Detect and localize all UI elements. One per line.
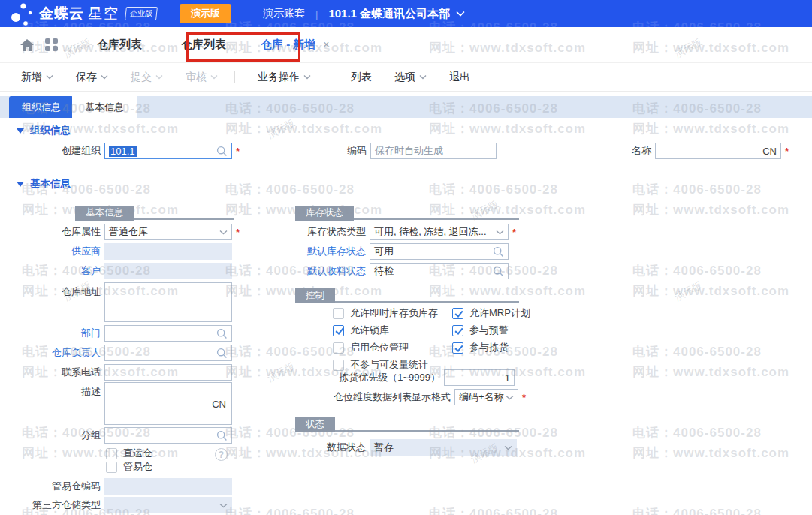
search-icon[interactable] [216, 328, 228, 339]
inventory-type-value: 可用, 待检, 冻结, 退回冻... [374, 225, 487, 239]
save-button[interactable]: 保存 [76, 71, 108, 84]
warehouse-attr-select[interactable]: 普通仓库 [104, 224, 232, 240]
audit-button[interactable]: 审核 [186, 71, 218, 84]
chevron-down-icon [101, 74, 108, 80]
field-group: 分组 [17, 427, 232, 444]
customer-input [104, 263, 232, 279]
account-set-label[interactable]: 演示账套 [263, 7, 305, 20]
description-locale-suffix: CN [212, 398, 226, 409]
default-inventory-label[interactable]: 默认库存状态 [295, 245, 366, 258]
menu-grid-icon[interactable] [45, 38, 58, 51]
field-contact-phone: 联系电话 [17, 364, 232, 381]
code-input[interactable]: 保存时自动生成 [370, 143, 497, 159]
search-icon[interactable] [216, 146, 228, 157]
pick-priority-value: 1 [505, 372, 510, 384]
group-basic-info: 基本信息 [75, 205, 234, 220]
default-inventory-input[interactable]: 可用 [370, 243, 509, 260]
search-icon[interactable] [216, 430, 228, 441]
form-content: 组织信息 创建组织 101.1 * 编码 保存时自动生成 名称 CN * 基本信… [0, 118, 812, 515]
pick-priority-input[interactable]: 1 [444, 369, 515, 386]
picking-checkbox[interactable] [452, 342, 463, 354]
help-icon[interactable]: ? [215, 448, 228, 461]
exit-button[interactable]: 退出 [449, 71, 470, 84]
kingdee-logo-icon [9, 2, 35, 26]
manager-label[interactable]: 仓库负责人 [17, 346, 101, 360]
demo-version-button[interactable]: 演示版 [180, 4, 231, 23]
field-bin-display-format: 仓位维度数据列表显示格式 编码+名称 * [293, 389, 526, 405]
field-default-receive: 默认收料状态 待检 [295, 263, 509, 279]
submit-button[interactable]: 提交 [131, 71, 163, 84]
create-org-value: 101.1 [109, 146, 137, 157]
checkbox-warning: 参与预警 [452, 324, 509, 337]
tab-warehouse-new-label: 仓库 - 新增 [261, 38, 315, 50]
create-org-input[interactable]: 101.1 [104, 143, 232, 159]
warning-checkbox[interactable] [452, 325, 463, 336]
mrp-checkbox[interactable] [452, 308, 463, 319]
checkbox-direct-ship: 直运仓 [106, 447, 152, 460]
supplier-label[interactable]: 供应商 [17, 245, 101, 258]
checkbox-picking: 参与拣货 [452, 341, 509, 354]
group-inventory-status: 库存状态 [295, 205, 519, 220]
default-receive-label[interactable]: 默认收料状态 [295, 264, 366, 278]
search-icon[interactable] [216, 348, 228, 359]
field-department: 部门 [17, 325, 232, 342]
tab-warehouse-list-2[interactable]: 仓库列表 [181, 38, 226, 52]
field-name: 名称 CN * [597, 143, 789, 159]
group-input[interactable] [104, 427, 232, 444]
company-selector[interactable]: 101.1 金蝶通讯公司本部 [328, 7, 465, 21]
group-status-badge: 状态 [295, 417, 335, 432]
search-icon[interactable] [493, 246, 504, 258]
direct-ship-checkbox[interactable] [106, 448, 117, 459]
list-button[interactable]: 列表 [351, 71, 372, 84]
field-address: 仓库地址 [17, 282, 232, 322]
business-operation-button[interactable]: 业务操作 [258, 71, 311, 84]
chevron-down-icon [46, 74, 53, 80]
department-input[interactable] [104, 325, 232, 342]
subtab-band: 组织信息 基本信息 [0, 96, 812, 118]
required-mark: * [236, 146, 240, 157]
description-textarea[interactable]: CN [104, 382, 232, 425]
default-receive-input[interactable]: 待检 [370, 263, 509, 279]
section-basic-info-header[interactable]: 基本信息 [17, 177, 71, 191]
logo-text-main: 金蝶云 [39, 4, 84, 23]
field-code: 编码 保存时自动生成 [315, 143, 497, 159]
home-icon[interactable] [20, 38, 35, 52]
section-org-info-header[interactable]: 组织信息 [17, 124, 71, 137]
field-supplier: 供应商 [17, 243, 232, 260]
bin-display-format-select[interactable]: 编码+名称 [454, 389, 518, 405]
topbar-divider: | [315, 8, 318, 20]
tab-warehouse-list-1[interactable]: 仓库列表 [97, 38, 142, 52]
subtab-basic-info[interactable]: 基本信息 [72, 96, 137, 118]
guanyi-label: 管易仓 [123, 460, 152, 474]
group-basic-info-badge: 基本信息 [75, 206, 134, 221]
subtab-org-info[interactable]: 组织信息 [9, 96, 74, 118]
chevron-down-icon [219, 503, 228, 508]
options-button[interactable]: 选项 [394, 71, 427, 84]
bin-mgmt-checkbox[interactable] [333, 342, 344, 354]
close-icon[interactable]: × [323, 38, 329, 50]
contact-phone-input[interactable] [104, 364, 232, 381]
data-status-select: 暂存 [370, 439, 517, 456]
chevron-down-icon [219, 230, 228, 235]
new-button[interactable]: 新增 [21, 71, 53, 84]
field-description: 描述 CN [17, 382, 232, 425]
collapse-triangle-icon [17, 182, 24, 187]
allow-lock-checkbox[interactable] [333, 325, 344, 336]
field-customer: 客户 [17, 263, 232, 279]
search-icon[interactable] [493, 266, 504, 277]
checkbox-guanyi: 管易仓 [106, 460, 152, 474]
inventory-type-select[interactable]: 可用, 待检, 冻结, 退回冻... [370, 224, 509, 240]
group-control-badge: 控制 [295, 288, 335, 303]
name-input[interactable]: CN [655, 143, 781, 159]
checkbox-allow-lock: 允许锁库 [333, 324, 389, 337]
guanyi-checkbox[interactable] [106, 462, 117, 473]
department-label[interactable]: 部门 [17, 327, 101, 340]
customer-label[interactable]: 客户 [17, 264, 101, 278]
manager-input[interactable] [104, 345, 232, 361]
create-org-label: 创建组织 [17, 144, 101, 158]
tab-warehouse-new[interactable]: 仓库 - 新增× [261, 38, 330, 52]
data-status-value: 暂存 [374, 441, 394, 454]
field-default-inventory: 默认库存状态 可用 [295, 243, 509, 260]
address-textarea[interactable] [104, 282, 232, 322]
neg-inventory-checkbox[interactable] [333, 308, 344, 319]
